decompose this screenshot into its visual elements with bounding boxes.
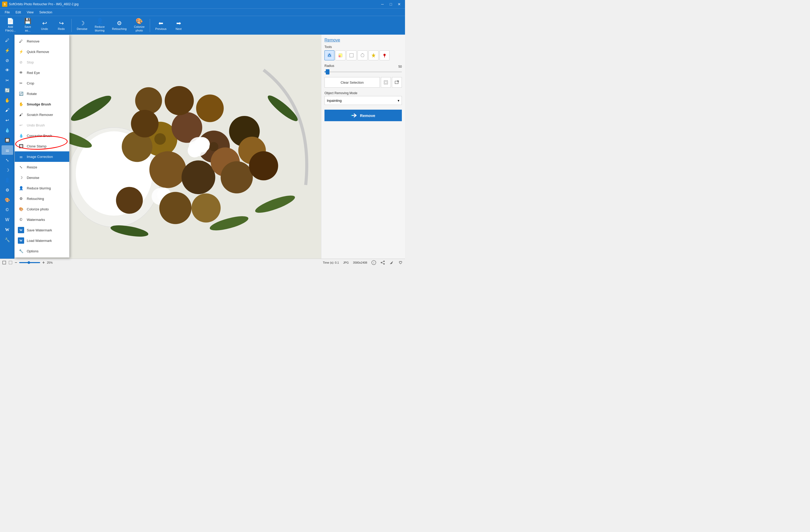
inpainting-dropdown[interactable]: Inpainting ▾ bbox=[324, 96, 402, 105]
menu-item-remove[interactable]: 🖊 Remove bbox=[15, 36, 69, 46]
remove-btn-label: Remove bbox=[360, 113, 375, 118]
retouching-icon: ⚙ bbox=[117, 20, 122, 26]
tool-resize[interactable]: ⤡ bbox=[2, 155, 13, 165]
menu-item-crop[interactable]: ✂ Crop bbox=[15, 78, 69, 88]
menu-item-quick-remove[interactable]: ⚡ Quick Remove bbox=[15, 46, 69, 57]
menu-item-image-correction[interactable]: ⚌ Image Correction bbox=[15, 151, 69, 162]
remove-button[interactable]: Remove bbox=[324, 110, 402, 121]
zoom-slider[interactable] bbox=[19, 262, 40, 263]
eraser-tool-btn[interactable] bbox=[336, 50, 345, 60]
tool-quick-remove[interactable]: ⚡ bbox=[2, 46, 13, 55]
previous-button[interactable]: ⬅ Previous bbox=[152, 19, 170, 32]
next-button[interactable]: ➡ Next bbox=[171, 19, 187, 32]
tool-watermarks[interactable]: © bbox=[2, 205, 13, 214]
crop-icon: ✂ bbox=[18, 80, 24, 86]
heart-icon[interactable] bbox=[398, 260, 403, 265]
menu-item-reduce-blurring2[interactable]: 👤 Reduce blurring bbox=[15, 183, 69, 193]
menu-item-concealer[interactable]: 💧 Concealer Brush bbox=[15, 130, 69, 141]
brush-tool-btn[interactable] bbox=[324, 50, 335, 60]
pin-btn[interactable] bbox=[379, 50, 390, 60]
menu-item-stop: ⊘ Stop bbox=[15, 57, 69, 67]
tool-denoise[interactable]: ☽ bbox=[2, 165, 13, 175]
lasso-icon bbox=[360, 53, 365, 58]
tool-rotate[interactable]: 🔄 bbox=[2, 85, 13, 95]
menu-item-smudge-brush[interactable]: ✋ Smudge Brush bbox=[15, 99, 69, 109]
tool-scratch[interactable]: 🖌 bbox=[2, 106, 13, 115]
load-selection-btn[interactable] bbox=[392, 77, 402, 87]
menu-item-scratch-remover[interactable]: 🖌 Scratch Remover bbox=[15, 109, 69, 120]
menu-item-colorize2[interactable]: 🎨 Colorize photo bbox=[15, 204, 69, 214]
radius-row: Radius 50 bbox=[324, 64, 402, 69]
menu-file[interactable]: File bbox=[2, 10, 12, 15]
undo-button[interactable]: ↩ Undo bbox=[37, 19, 52, 32]
menu-item-watermarks[interactable]: © Watermarks bbox=[15, 214, 69, 225]
svg-point-27 bbox=[131, 110, 159, 138]
status-bar-right: Time (s): 0.1 JPG 3580x2408 i bbox=[323, 260, 403, 265]
tool-load-watermark[interactable]: W bbox=[2, 225, 13, 235]
radius-slider-thumb[interactable] bbox=[326, 69, 329, 75]
svg-point-11 bbox=[196, 94, 224, 122]
image-correction-icon: ⚌ bbox=[18, 154, 24, 160]
tool-reduce-blur[interactable]: 👤 bbox=[2, 175, 13, 185]
share-icon[interactable] bbox=[380, 260, 385, 265]
clear-selection-button[interactable]: Clear Selection bbox=[324, 77, 380, 87]
menu-edit[interactable]: Edit bbox=[13, 10, 23, 15]
redo-icon: ↪ bbox=[59, 20, 64, 26]
add-files-button[interactable]: 📄 AddFile(s)... bbox=[2, 17, 19, 34]
menu-selection[interactable]: Selection bbox=[37, 10, 55, 15]
menu-item-rotate[interactable]: 🔄 Rotate bbox=[15, 88, 69, 99]
colorize-photo-button[interactable]: 🎨 Colorizephoto bbox=[131, 17, 148, 34]
svg-point-7 bbox=[181, 161, 215, 194]
tool-smudge[interactable]: ✋ bbox=[2, 96, 13, 105]
radius-slider-track[interactable] bbox=[324, 71, 402, 72]
rect-select-icon bbox=[349, 53, 354, 58]
save-selection-btn[interactable] bbox=[381, 77, 391, 87]
tool-crop[interactable]: ✂ bbox=[2, 76, 13, 85]
zoom-minus[interactable]: − bbox=[15, 260, 17, 265]
lasso-btn[interactable] bbox=[357, 50, 368, 60]
retouching-button[interactable]: ⚙ Retouching bbox=[109, 19, 130, 32]
svg-line-54 bbox=[382, 263, 384, 264]
close-button[interactable]: ✕ bbox=[395, 1, 403, 7]
previous-label: Previous bbox=[155, 27, 166, 30]
tool-image-correction[interactable]: ⚌ bbox=[2, 145, 13, 155]
tool-undo-brush[interactable]: ↩ bbox=[2, 115, 13, 125]
tool-clone[interactable]: 🔲 bbox=[2, 135, 13, 145]
undo-brush-label: Undo Brush bbox=[27, 123, 45, 127]
maximize-button[interactable]: □ bbox=[387, 1, 394, 7]
info-icon[interactable]: i bbox=[371, 260, 376, 265]
menu-item-save-watermark[interactable]: W Save Watermark bbox=[15, 225, 69, 235]
save-as-button[interactable]: 💾 Saveas... bbox=[20, 17, 36, 34]
menu-item-load-watermark[interactable]: W Load Watermark bbox=[15, 235, 69, 246]
menu-view[interactable]: View bbox=[24, 10, 36, 15]
menu-item-clone-stamp[interactable]: 🔲 Clone Stamp bbox=[15, 141, 69, 151]
menu-item-options[interactable]: 🔧 Options bbox=[15, 246, 69, 256]
quick-remove-label: Quick Remove bbox=[27, 50, 49, 54]
svg-point-29 bbox=[159, 192, 192, 224]
redo-button[interactable]: ↪ Redo bbox=[53, 19, 69, 32]
menu-item-denoise2[interactable]: ☽ Denoise bbox=[15, 172, 69, 183]
denoise-button[interactable]: ☽ Denoise bbox=[74, 19, 91, 32]
twitter-icon[interactable] bbox=[389, 260, 394, 265]
magic-wand-btn[interactable] bbox=[369, 50, 378, 60]
tool-colorize[interactable]: 🎨 bbox=[2, 195, 13, 205]
magic-wand-icon bbox=[371, 53, 376, 58]
reduce-blurring-button[interactable]: 👤 Reduceblurring bbox=[92, 17, 108, 34]
tool-remove[interactable]: 🖊 bbox=[2, 36, 13, 45]
zoom-thumb[interactable] bbox=[28, 261, 30, 264]
minimize-button[interactable]: ─ bbox=[379, 1, 386, 7]
zoom-plus[interactable]: + bbox=[42, 260, 45, 265]
object-removing-section: Object Removing Mode Inpainting ▾ bbox=[324, 90, 402, 105]
tool-red-eye[interactable]: 👁 bbox=[2, 66, 13, 75]
menu-item-resize[interactable]: ⤡ Resize bbox=[15, 162, 69, 172]
tool-stop[interactable]: ⊘ bbox=[2, 55, 13, 65]
tool-concealer[interactable]: 💧 bbox=[2, 125, 13, 135]
tool-options[interactable]: 🔧 bbox=[2, 235, 13, 244]
menu-item-red-eye[interactable]: 👁 Red Eye bbox=[15, 67, 69, 78]
tool-save-watermark[interactable]: W bbox=[2, 215, 13, 225]
pin-icon bbox=[382, 53, 387, 58]
remove-arrow-icon bbox=[351, 113, 357, 118]
rect-select-btn[interactable] bbox=[346, 50, 356, 60]
tool-retouch[interactable]: ⚙ bbox=[2, 185, 13, 195]
menu-item-retouching2[interactable]: ⚙ Retouching bbox=[15, 193, 69, 204]
